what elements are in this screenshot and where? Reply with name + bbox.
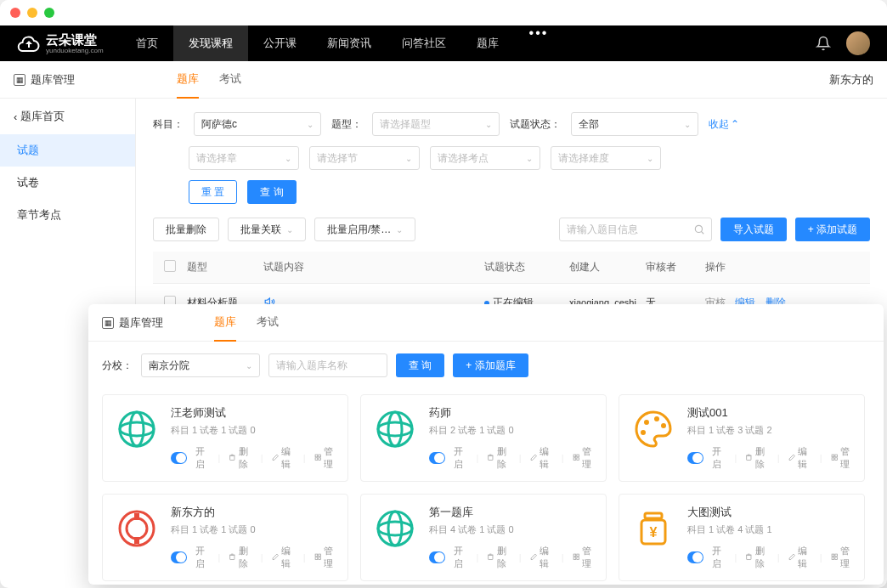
status-select[interactable]: 全部 ⌄ <box>571 112 698 136</box>
batch-delete-button[interactable]: 批量删除 <box>153 218 219 241</box>
bank-card[interactable]: 新东方的科目 1 试卷 1 试题 0开启|删除|编辑|管理 <box>102 494 348 581</box>
checkbox-all[interactable] <box>164 260 176 272</box>
overlay-query-button[interactable]: 查 询 <box>396 353 444 377</box>
card-body: 汪老师测试科目 1 试卷 1 试题 0开启|删除|编辑|管理 <box>171 405 337 471</box>
section-select[interactable]: 请选择节⌄ <box>309 146 420 170</box>
card-ops: 开启|删除|编辑|管理 <box>429 445 596 471</box>
card-edit[interactable]: 编辑 <box>272 445 295 471</box>
nav-qa[interactable]: 问答社区 <box>387 25 461 61</box>
svg-rect-39 <box>489 556 493 560</box>
tab-bank[interactable]: 题库 <box>177 61 199 99</box>
card-delete[interactable]: 删除 <box>229 445 251 471</box>
card-manage[interactable]: 管理 <box>314 445 337 471</box>
card-manage[interactable]: 管理 <box>831 445 854 471</box>
batch-enable-button[interactable]: 批量启用/禁… ⌄ <box>314 218 415 241</box>
add-question-button[interactable]: + 添加试题 <box>795 218 870 241</box>
trash-icon <box>745 552 753 563</box>
search-input[interactable] <box>559 218 712 241</box>
bank-card[interactable]: 测试001科目 1 试卷 3 试题 2开启|删除|编辑|管理 <box>619 394 865 482</box>
avatar[interactable] <box>846 31 870 55</box>
svg-rect-47 <box>747 556 751 560</box>
card-manage[interactable]: 管理 <box>831 545 854 570</box>
minimize-icon[interactable] <box>27 8 37 18</box>
svg-point-4 <box>130 412 144 446</box>
card-meta: 科目 2 试卷 1 试题 0 <box>429 424 596 437</box>
overlay-tab-bank[interactable]: 题库 <box>214 304 236 342</box>
query-button[interactable]: 查 询 <box>247 180 296 204</box>
card-manage[interactable]: 管理 <box>573 445 596 471</box>
svg-rect-26 <box>835 458 838 461</box>
toggle-switch[interactable] <box>429 551 445 563</box>
bank-card[interactable]: ¥大图测试科目 1 试卷 4 试题 1开启|删除|编辑|管理 <box>619 494 865 581</box>
sidebar-item-questions[interactable]: 试题 <box>0 134 135 167</box>
trash-icon <box>229 453 236 463</box>
batch-link-button[interactable]: 批量关联 ⌄ <box>228 218 306 241</box>
reset-button[interactable]: 重 置 <box>189 180 237 204</box>
tab-exam[interactable]: 考试 <box>219 61 241 99</box>
type-select[interactable]: 请选择题型 ⌄ <box>372 112 500 136</box>
filter-buttons: 重 置 查 询 <box>153 180 870 204</box>
svg-rect-13 <box>489 456 493 461</box>
card-icon <box>371 405 419 453</box>
search-icon[interactable] <box>693 223 705 239</box>
collapse-link[interactable]: 收起 ⌃ <box>709 117 739 132</box>
card-delete[interactable]: 删除 <box>745 545 768 570</box>
card-edit[interactable]: 编辑 <box>530 445 553 471</box>
chevron-down-icon: ⌄ <box>485 120 492 129</box>
subject-select[interactable]: 阿萨德c ⌄ <box>194 112 321 136</box>
toggle-switch[interactable] <box>171 551 187 563</box>
th-status: 试题状态 <box>484 260 569 274</box>
branch-select[interactable]: 南京分院 ⌄ <box>141 353 260 377</box>
svg-rect-43 <box>577 557 579 560</box>
card-manage[interactable]: 管理 <box>314 545 337 570</box>
bell-icon[interactable] <box>816 36 831 51</box>
toggle-switch[interactable] <box>429 452 445 464</box>
sidebar-back[interactable]: ‹ 题库首页 <box>0 99 135 134</box>
nav-more-icon[interactable]: ••• <box>514 25 564 61</box>
sidebar-item-papers[interactable]: 试卷 <box>0 167 135 199</box>
bank-card[interactable]: 第一题库科目 4 试卷 1 试题 0开启|删除|编辑|管理 <box>360 494 607 581</box>
close-icon[interactable] <box>10 8 20 18</box>
nav-discover[interactable]: 发现课程 <box>173 25 248 61</box>
svg-point-37 <box>378 522 412 535</box>
grid-icon <box>573 453 580 463</box>
svg-point-11 <box>378 422 412 436</box>
card-edit[interactable]: 编辑 <box>788 545 811 570</box>
difficulty-select[interactable]: 请选择难度⌄ <box>551 146 661 170</box>
nav-news[interactable]: 新闻资讯 <box>312 25 387 61</box>
card-delete[interactable]: 删除 <box>487 445 510 471</box>
card-edit[interactable]: 编辑 <box>530 545 553 570</box>
bank-card[interactable]: 药师科目 2 试卷 1 试题 0开启|删除|编辑|管理 <box>360 394 607 482</box>
toggle-switch[interactable] <box>687 551 703 563</box>
toggle-switch[interactable] <box>687 452 703 464</box>
card-edit[interactable]: 编辑 <box>788 445 811 471</box>
trash-icon <box>229 552 236 563</box>
svg-rect-32 <box>315 554 318 557</box>
nav-public[interactable]: 公开课 <box>248 25 312 61</box>
card-edit[interactable]: 编辑 <box>272 545 295 570</box>
card-title: 新东方的 <box>171 505 337 520</box>
svg-point-20 <box>641 430 646 435</box>
card-manage[interactable]: 管理 <box>573 545 596 570</box>
import-button[interactable]: 导入试题 <box>720 218 787 241</box>
grid-icon <box>314 453 322 463</box>
overlay-tab-exam[interactable]: 考试 <box>257 304 279 342</box>
nav-bank[interactable]: 题库 <box>461 25 514 61</box>
card-delete[interactable]: 删除 <box>487 545 510 570</box>
nav-home[interactable]: 首页 <box>121 25 173 61</box>
card-body: 大图测试科目 1 试卷 4 试题 1开启|删除|编辑|管理 <box>687 505 854 570</box>
chapter-select[interactable]: 请选择章⌄ <box>189 146 299 170</box>
bank-card[interactable]: 汪老师测试科目 1 试卷 1 试题 0开启|删除|编辑|管理 <box>102 394 348 482</box>
sidebar-item-chapters[interactable]: 章节考点 <box>0 199 135 231</box>
bank-icon: ▦ <box>14 74 25 86</box>
add-bank-button[interactable]: + 添加题库 <box>453 353 528 377</box>
svg-point-18 <box>644 420 649 425</box>
bank-name-input[interactable] <box>268 353 387 377</box>
maximize-icon[interactable] <box>44 8 54 18</box>
logo[interactable]: 云朵课堂 yunduoketang.com <box>17 32 104 54</box>
toggle-switch[interactable] <box>171 452 187 464</box>
card-delete[interactable]: 删除 <box>229 545 251 570</box>
svg-rect-48 <box>832 554 834 557</box>
point-select[interactable]: 请选择考点⌄ <box>430 146 540 170</box>
card-delete[interactable]: 删除 <box>745 445 768 471</box>
